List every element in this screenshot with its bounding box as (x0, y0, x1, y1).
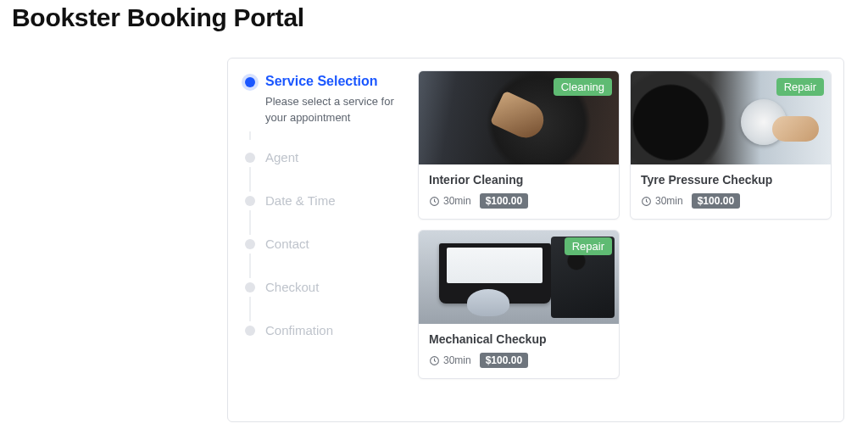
service-meta: 30min $100.00 (429, 353, 609, 368)
service-image: Cleaning (419, 71, 619, 164)
step-dot-icon (245, 239, 255, 249)
clock-icon (429, 196, 440, 207)
service-title: Interior Cleaning (429, 173, 609, 187)
service-price: $100.00 (692, 193, 740, 209)
step-dot-icon (245, 196, 255, 206)
clock-icon (641, 196, 652, 207)
page-title: Bookster Booking Portal (12, 3, 856, 32)
category-badge: Cleaning (554, 78, 612, 96)
step-connector (249, 131, 251, 140)
step-label: Contact (265, 237, 409, 251)
step-label: Confimation (265, 323, 409, 337)
step-label: Service Selection (265, 74, 409, 89)
step-label: Date & Time (265, 193, 409, 208)
service-grid: Cleaning Interior Cleaning 30min $100.00 (415, 70, 832, 410)
step-dot-icon (245, 77, 255, 87)
step-agent[interactable]: Agent (245, 143, 409, 171)
step-dot-icon (245, 282, 255, 292)
step-date-time[interactable]: Date & Time (245, 187, 409, 214)
service-duration: 30min (641, 195, 683, 207)
duration-text: 30min (443, 195, 471, 207)
stepper: Service Selection Please select a servic… (240, 70, 415, 410)
glove-graphic (467, 289, 509, 316)
service-card-mechanical-checkup[interactable]: Repair Mechanical Checkup 30min $100.00 (418, 230, 620, 379)
duration-text: 30min (655, 195, 683, 207)
booking-panel: Service Selection Please select a servic… (227, 58, 844, 422)
service-price: $100.00 (480, 353, 528, 368)
service-card-tyre-pressure[interactable]: Repair Tyre Pressure Checkup 30min $100.… (630, 70, 832, 220)
service-card-body: Mechanical Checkup 30min $100.00 (419, 324, 619, 378)
step-label: Checkout (265, 280, 409, 294)
category-badge: Repair (776, 78, 824, 96)
service-title: Mechanical Checkup (429, 332, 609, 346)
service-image: Repair (419, 231, 619, 324)
service-card-body: Interior Cleaning 30min $100.00 (419, 164, 619, 219)
step-dot-icon (245, 153, 255, 163)
step-contact[interactable]: Contact (245, 230, 409, 258)
service-title: Tyre Pressure Checkup (641, 173, 821, 187)
category-badge: Repair (565, 237, 612, 255)
service-duration: 30min (429, 354, 471, 366)
clock-icon (429, 355, 440, 366)
service-price: $100.00 (480, 193, 528, 209)
step-description: Please select a service for your appoint… (265, 94, 409, 126)
service-card-body: Tyre Pressure Checkup 30min $100.00 (631, 164, 831, 219)
service-card-interior-cleaning[interactable]: Cleaning Interior Cleaning 30min $100.00 (418, 70, 620, 220)
step-dot-icon (245, 326, 255, 336)
step-label: Agent (265, 150, 409, 164)
service-meta: 30min $100.00 (429, 193, 609, 209)
service-meta: 30min $100.00 (641, 193, 821, 209)
duration-text: 30min (443, 354, 471, 366)
step-checkout[interactable]: Checkout (245, 273, 409, 301)
step-service-selection[interactable]: Service Selection Please select a servic… (245, 74, 409, 126)
service-image: Repair (631, 71, 831, 164)
service-duration: 30min (429, 195, 471, 207)
step-confirmation[interactable]: Confimation (245, 316, 409, 344)
